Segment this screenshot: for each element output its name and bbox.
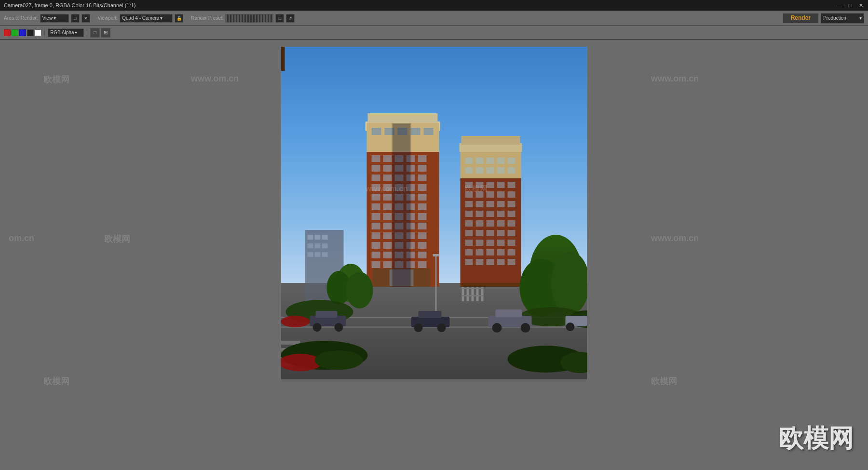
svg-rect-10: [315, 235, 321, 240]
svg-rect-91: [393, 124, 410, 287]
area-to-render-label: Area to Render:: [4, 15, 38, 21]
svg-rect-128: [487, 220, 494, 227]
production-label: Production: [823, 15, 846, 21]
svg-rect-93: [461, 136, 520, 145]
svg-rect-129: [497, 220, 505, 227]
separator2: [87, 29, 87, 37]
svg-rect-20: [368, 113, 438, 123]
preset-icon1[interactable]: □: [275, 14, 284, 23]
render-button[interactable]: Render: [783, 13, 819, 24]
svg-point-184: [521, 323, 530, 333]
svg-rect-48: [372, 194, 380, 201]
watermark-8: 欧模网: [43, 376, 69, 387]
svg-rect-52: [418, 194, 427, 201]
titlebar-controls[interactable]: — □ ✕: [836, 2, 864, 9]
svg-rect-126: [465, 220, 473, 227]
watermark-9: 欧模网: [651, 376, 677, 387]
render-preset-label: Render Preset:: [191, 15, 223, 21]
svg-rect-133: [487, 230, 494, 236]
render-preset-group: Render Preset: □ ↺: [191, 14, 295, 23]
tool-icon2[interactable]: ⊞: [101, 28, 110, 38]
svg-rect-22: [372, 128, 381, 135]
green-swatch[interactable]: [12, 29, 18, 36]
svg-rect-149: [497, 259, 505, 265]
viewport-group: Viewport: Quad 4 - Camera ▾ 🔒: [98, 14, 184, 23]
preset-icon2[interactable]: ↺: [286, 14, 295, 23]
area-render-icon2[interactable]: ✕: [81, 14, 90, 23]
svg-rect-145: [508, 249, 515, 255]
svg-rect-151: [462, 283, 520, 287]
svg-rect-143: [487, 249, 494, 255]
svg-rect-38: [372, 175, 380, 181]
svg-rect-14: [322, 243, 328, 248]
white-swatch[interactable]: [35, 29, 41, 36]
restore-button[interactable]: □: [847, 2, 854, 9]
titlebar-title: Camera027, frame 0, RGBA Color 16 Bits/C…: [4, 2, 136, 8]
svg-rect-131: [465, 230, 473, 236]
red-swatch[interactable]: [4, 29, 11, 36]
close-button[interactable]: ✕: [857, 2, 864, 9]
svg-point-175: [313, 323, 322, 332]
svg-rect-124: [497, 211, 505, 217]
area-to-render-dropdown[interactable]: View ▾: [40, 14, 69, 23]
svg-rect-54: [383, 203, 392, 210]
svg-rect-118: [487, 201, 494, 207]
svg-rect-110: [508, 182, 515, 188]
area-to-render-group: Area to Render: View ▾ □ ✕: [4, 14, 90, 23]
titlebar: Camera027, frame 0, RGBA Color 16 Bits/C…: [0, 0, 868, 11]
svg-rect-121: [465, 211, 473, 217]
svg-rect-134: [497, 230, 505, 236]
svg-point-180: [437, 323, 446, 332]
svg-rect-97: [476, 158, 484, 164]
svg-rect-57: [418, 203, 427, 210]
svg-rect-68: [372, 232, 380, 239]
production-chevron-icon: ▾: [859, 15, 862, 21]
viewport-dropdown[interactable]: Quad 4 - Camera ▾: [120, 14, 173, 23]
svg-rect-138: [487, 240, 494, 246]
svg-rect-87: [418, 261, 427, 268]
blue-swatch[interactable]: [19, 29, 26, 36]
preset-bar-fill: [226, 14, 273, 22]
svg-rect-117: [476, 201, 484, 207]
svg-rect-148: [487, 259, 494, 265]
tool-icon1[interactable]: □: [90, 28, 100, 38]
production-dropdown[interactable]: Production ▾: [821, 13, 864, 24]
svg-rect-123: [487, 211, 494, 217]
svg-rect-9: [308, 235, 313, 240]
svg-rect-13: [315, 243, 321, 248]
render-canvas: www.om.cn 欧模网: [281, 47, 587, 379]
svg-rect-182: [496, 309, 522, 317]
svg-rect-119: [497, 201, 505, 207]
svg-rect-103: [487, 167, 494, 174]
svg-rect-29: [383, 155, 392, 162]
svg-rect-59: [383, 213, 392, 220]
svg-rect-16: [315, 252, 321, 257]
svg-rect-132: [476, 230, 484, 236]
svg-rect-102: [476, 167, 484, 174]
svg-rect-116: [465, 201, 473, 207]
svg-rect-135: [508, 230, 515, 236]
svg-rect-125: [508, 211, 515, 217]
minimize-button[interactable]: —: [836, 2, 843, 9]
svg-rect-28: [372, 155, 380, 162]
svg-rect-98: [487, 158, 494, 164]
svg-rect-34: [383, 165, 392, 172]
svg-rect-178: [419, 311, 442, 318]
svg-rect-64: [383, 223, 392, 229]
render-button-area: Render Production ▾: [783, 13, 864, 24]
dark-swatch[interactable]: [27, 29, 34, 36]
svg-rect-127: [476, 220, 484, 227]
svg-rect-63: [372, 223, 380, 229]
svg-rect-100: [508, 158, 515, 164]
viewport-lock-icon[interactable]: 🔒: [175, 14, 183, 23]
svg-rect-147: [476, 259, 484, 265]
svg-rect-115: [508, 191, 515, 198]
svg-rect-104: [497, 167, 505, 174]
svg-rect-69: [383, 232, 392, 239]
area-render-icon1[interactable]: □: [71, 14, 80, 23]
svg-point-179: [414, 323, 423, 332]
svg-rect-130: [508, 220, 515, 227]
channel-value: RGB Alpha: [50, 30, 74, 35]
svg-rect-73: [372, 242, 380, 249]
channel-dropdown[interactable]: RGB Alpha ▾: [48, 28, 84, 37]
